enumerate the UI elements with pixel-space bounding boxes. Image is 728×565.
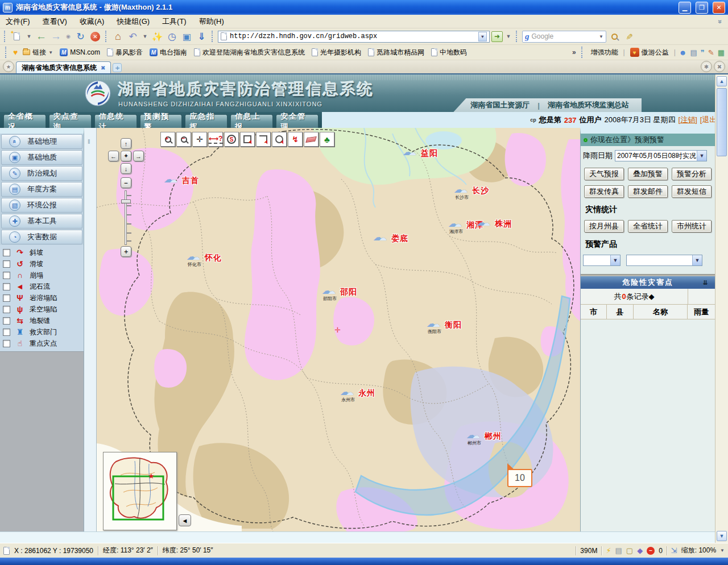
- stop-button[interactable]: ✕: [89, 30, 102, 43]
- pan-tool-icon[interactable]: ✛: [192, 132, 207, 147]
- links-folder[interactable]: 链接▼: [21, 47, 55, 59]
- zoom-slider-track[interactable]: [125, 190, 127, 245]
- zoom-dropdown-icon[interactable]: ▼: [720, 548, 725, 553]
- checkbox[interactable]: [3, 283, 10, 290]
- sidebar-item-annual-plan[interactable]: ▤年度方案: [1, 182, 82, 197]
- layer-karst-collapse[interactable]: Ψ岩溶塌陷: [0, 292, 84, 304]
- link-guangnian[interactable]: 光年摄影机构: [310, 47, 363, 59]
- new-page-button[interactable]: ✦: [10, 30, 23, 43]
- toolbar-grip[interactable]: [4, 31, 7, 42]
- address-dropdown-icon[interactable]: ▼: [478, 32, 487, 41]
- layer-mining-collapse[interactable]: ψ采空塌陷: [0, 304, 84, 315]
- rain-date-select[interactable]: 2007年05月05日08时实况▼: [615, 150, 707, 161]
- scale-tool-icon[interactable]: S: [224, 132, 239, 147]
- nav-tab-report[interactable]: 信息上报: [230, 114, 273, 128]
- links-overflow-icon[interactable]: »: [572, 48, 576, 56]
- maxthon-charity-button[interactable]: ♥傲游公益: [628, 47, 671, 59]
- nav-tab-query[interactable]: 灾点查询: [49, 114, 92, 128]
- mass-sms-button[interactable]: 群发短信: [672, 185, 712, 198]
- layer-debris-flow[interactable]: ◄泥石流: [0, 281, 84, 292]
- province-stats-button[interactable]: 全省统计: [628, 220, 668, 232]
- checkbox[interactable]: [3, 317, 10, 325]
- boost-icon[interactable]: ⚡: [606, 546, 611, 555]
- select-polygon-tool-icon[interactable]: ➤: [256, 132, 271, 147]
- monthly-county-button[interactable]: 按月州县: [584, 220, 624, 232]
- undo-button[interactable]: ↶: [126, 30, 139, 43]
- pen-tools-icon[interactable]: ✎: [708, 48, 714, 57]
- tab-active[interactable]: 湖南省地质灾害信息系统 ✖: [16, 61, 111, 73]
- restore-button[interactable]: ❐: [696, 2, 708, 14]
- overlay-warning-button[interactable]: 叠加预警: [628, 168, 668, 180]
- clear-highlight-tool-icon[interactable]: ♣: [320, 132, 334, 147]
- resize-icon[interactable]: ⇲: [671, 546, 677, 555]
- menu-favorites[interactable]: 收藏(A): [80, 16, 104, 27]
- sidebar-item-basic-tools[interactable]: ✚基本工具: [1, 214, 82, 229]
- sidebar-item-base-geography[interactable]: «基础地理: [1, 134, 82, 149]
- page-scrollbar[interactable]: ▲ ▼: [715, 74, 728, 543]
- select-circle-tool-icon[interactable]: ➤: [272, 132, 287, 147]
- nav-tab-overview[interactable]: 全省概况: [3, 114, 46, 128]
- overview-collapse-button[interactable]: ◄: [179, 514, 191, 526]
- undo-dropdown-icon[interactable]: ▼: [141, 30, 149, 43]
- zoom-level[interactable]: 缩放: 100%: [681, 546, 716, 555]
- favorites-star-button[interactable]: ★: [3, 61, 14, 72]
- new-page-dropdown-icon[interactable]: ▼: [25, 30, 33, 43]
- sidebar-item-environment-bulletin[interactable]: ▧环境公报: [1, 198, 82, 213]
- nav-tab-security[interactable]: 安全管理: [276, 114, 318, 128]
- forward-button[interactable]: →: [49, 30, 63, 43]
- dropdown-arrow-icon[interactable]: ▼: [692, 255, 702, 265]
- link-land-resources[interactable]: 湖南省国土资源厅: [470, 100, 530, 110]
- search-engine-dropdown-icon[interactable]: ▼: [599, 34, 603, 39]
- layer-ground-fissure[interactable]: ⇆地裂缝: [0, 315, 84, 326]
- history-button[interactable]: ◷: [166, 30, 179, 43]
- pan-up-button[interactable]: ↑: [121, 138, 131, 149]
- nav-tab-statistics[interactable]: 信息统计: [94, 114, 137, 128]
- url-text[interactable]: http://dzzh.hndh.gov.cn/gridweb.aspx: [230, 32, 475, 40]
- checkbox[interactable]: [3, 329, 10, 336]
- link-zhongdi[interactable]: 中地数码: [429, 47, 469, 59]
- nav-tab-forecast[interactable]: 预测预警: [140, 114, 183, 128]
- nav-tab-emergency[interactable]: 应急指挥: [185, 114, 228, 128]
- comment-icon[interactable]: ❞: [701, 48, 705, 57]
- new-window-icon[interactable]: ▢: [626, 546, 633, 555]
- overview-map[interactable]: ★: [103, 452, 177, 530]
- new-tab-button[interactable]: ＋: [113, 63, 122, 72]
- home-button[interactable]: ⌂: [111, 30, 125, 43]
- go-button[interactable]: ➜: [491, 31, 503, 42]
- back-button[interactable]: ←: [35, 30, 48, 43]
- linksbar-grip[interactable]: [5, 47, 8, 58]
- layer-key-disaster-point[interactable]: ☝重点灾点: [0, 338, 84, 349]
- toolbar-grip[interactable]: [212, 31, 214, 42]
- link-radio[interactable]: M电台指南: [148, 47, 189, 59]
- mass-fax-button[interactable]: 群发传真: [584, 185, 624, 198]
- collapse-icon[interactable]: ⇊: [703, 279, 709, 286]
- menu-overflow-icon[interactable]: »: [717, 19, 725, 23]
- link-hunan-geo[interactable]: 欢迎登陆湖南省地质灾害信息系统: [192, 47, 307, 59]
- menu-file[interactable]: 文件(F): [6, 16, 30, 27]
- pan-left-button[interactable]: ←: [108, 151, 119, 161]
- zoom-in-button[interactable]: ＋: [121, 246, 131, 257]
- layer-landslide[interactable]: ↺滑坡: [0, 258, 84, 269]
- skin-icon[interactable]: ▦: [718, 48, 725, 57]
- city-stats-button[interactable]: 市州统计: [672, 220, 712, 232]
- menu-view[interactable]: 查看(V): [43, 16, 67, 27]
- draw-point-tool-icon[interactable]: ↯: [288, 132, 303, 147]
- user-icon[interactable]: ☻: [679, 48, 687, 57]
- search-button[interactable]: [608, 30, 621, 43]
- toolbar-grip[interactable]: [516, 31, 519, 42]
- layer-slope[interactable]: ↷斜坡: [0, 247, 84, 258]
- zoom-in-tool-icon[interactable]: +: [160, 132, 175, 147]
- favorites-heart-icon[interactable]: ♥: [13, 48, 18, 57]
- map-canvas[interactable]: + − ✛ ⟷? S ➤ ➤ ➤ ↯ ♣ ↑ ← ✦ →: [97, 128, 580, 531]
- search-box[interactable]: g Google ▼: [522, 31, 606, 43]
- split-window-button[interactable]: ▣: [180, 30, 193, 43]
- pan-center-button[interactable]: ✦: [121, 151, 131, 161]
- scroll-up-icon[interactable]: ▲: [717, 76, 727, 86]
- tab-close-icon[interactable]: ✖: [101, 65, 105, 71]
- blocked-count-icon[interactable]: −: [647, 547, 655, 555]
- sidebar-item-disaster-data[interactable]: ◔灾害数据: [1, 230, 82, 244]
- dropdown-arrow-icon[interactable]: ▼: [697, 151, 706, 161]
- go-dropdown-icon[interactable]: ▼: [504, 30, 512, 43]
- tab-list-close-button[interactable]: ✖: [714, 61, 725, 72]
- layer-rescue-department[interactable]: ♜救灾部门: [0, 326, 84, 338]
